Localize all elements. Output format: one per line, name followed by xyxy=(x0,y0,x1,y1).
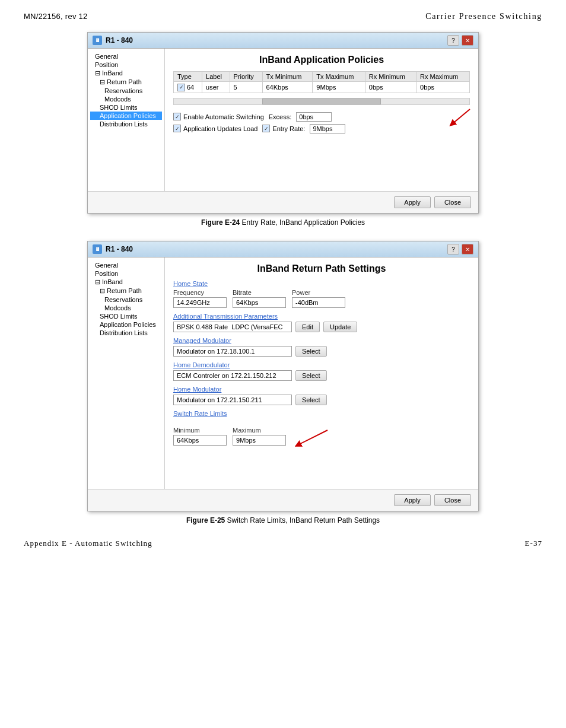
tree-item-apppolicies-1[interactable]: Application Policies xyxy=(90,112,162,120)
additional-tx-row: Edit Update xyxy=(173,322,470,332)
switch-rate-row: Minimum Maximum xyxy=(173,419,470,446)
excess-label: Excess: xyxy=(269,113,292,120)
tree-item-inband-1[interactable]: ⊟ InBand xyxy=(90,69,162,78)
home-state-section: Home State Frequency Bitrate Power xyxy=(173,280,470,308)
switch-min-input[interactable] xyxy=(173,435,227,446)
home-demod-title: Home Demodulator xyxy=(173,361,470,368)
tree-item-position-1[interactable]: Position xyxy=(90,61,162,69)
bitrate-input[interactable] xyxy=(233,297,286,308)
enable-auto-switching-checkbox[interactable]: ✓ xyxy=(173,113,181,120)
figure2-help-btn[interactable]: ? xyxy=(447,244,459,255)
page-footer: Appendix E - Automatic Switching E-37 xyxy=(24,539,542,548)
update-btn[interactable]: Update xyxy=(323,322,357,332)
tree2-item-returnpath[interactable]: ⊟ Return Path xyxy=(90,287,162,295)
header-left: MN/22156, rev 12 xyxy=(24,12,88,21)
tree-item-modcods-1[interactable]: Modcods xyxy=(90,95,162,103)
figure1-close-btn-2[interactable]: Close xyxy=(434,196,471,208)
tree2-item-modcods[interactable]: Modcods xyxy=(90,304,162,312)
figure1-title-left: 🖥 R1 - 840 xyxy=(93,36,133,45)
home-demod-input[interactable] xyxy=(173,370,292,381)
figure1-close-btn[interactable]: ✕ xyxy=(462,35,473,46)
row-label-cell: user xyxy=(202,82,230,93)
row-rxmin-cell: 0bps xyxy=(365,82,416,93)
figure1-sidebar: General Position ⊟ InBand ⊟ Return Path … xyxy=(88,49,165,191)
power-input[interactable] xyxy=(292,297,345,308)
excess-input[interactable] xyxy=(296,112,332,122)
tree-item-returnpath-1[interactable]: ⊟ Return Path xyxy=(90,78,162,87)
figure1-bottom-controls: ✓ Enable Automatic Switching Excess: ✓ A… xyxy=(173,110,470,138)
edit-btn[interactable]: Edit xyxy=(295,322,320,332)
bitrate-label: Bitrate xyxy=(233,289,286,296)
home-state-title: Home State xyxy=(173,280,470,287)
figure2-close-btn-2[interactable]: Close xyxy=(434,494,471,506)
figure2-panel-title: InBand Return Path Settings xyxy=(173,263,470,274)
figure2-window-actions: Apply Close xyxy=(88,489,478,511)
figure2-caption: Figure E-25 Switch Rate Limits, InBand R… xyxy=(186,516,380,524)
figure1-panel-title: InBand Application Policies xyxy=(173,55,470,65)
figure2-window-title: R1 - 840 xyxy=(106,245,133,253)
switch-rate-title: Switch Rate Limits xyxy=(173,410,470,417)
freq-input[interactable] xyxy=(173,297,227,308)
tree2-item-shodlimits[interactable]: SHOD Limits xyxy=(90,312,162,320)
row-checkbox-type: ✓ 64 xyxy=(174,82,202,93)
figure-2-container: 🖥 R1 - 840 ? ✕ General Position ⊟ InBand… xyxy=(24,241,542,524)
header-right: Carrier Presence Switching xyxy=(425,12,542,21)
figure1-help-btn[interactable]: ? xyxy=(447,35,459,46)
power-field: Power xyxy=(292,289,345,308)
row-priority-cell: 5 xyxy=(230,82,262,93)
bitrate-field: Bitrate xyxy=(233,289,286,308)
figure2-caption-text: Switch Rate Limits, InBand Return Path S… xyxy=(225,516,380,524)
tree-item-reservations-1[interactable]: Reservations xyxy=(90,87,162,95)
additional-tx-title: Additional Transmission Parameters xyxy=(173,313,470,320)
freq-label: Frequency xyxy=(173,289,227,296)
table-row: ✓ 64 user 5 64Kbps 9Mbps 0bps 0bps xyxy=(174,82,470,93)
freq-field: Frequency xyxy=(173,289,227,308)
managed-mod-input[interactable] xyxy=(173,346,292,357)
row-txmin-cell: 64Kbps xyxy=(262,82,313,93)
figure1-window-body: General Position ⊟ InBand ⊟ Return Path … xyxy=(88,49,478,191)
home-demod-select-btn[interactable]: Select xyxy=(295,370,327,381)
row-rxmax-cell: 0bps xyxy=(416,82,470,93)
figure1-window-controls: ? ✕ xyxy=(447,35,473,46)
tree2-item-reservations[interactable]: Reservations xyxy=(90,295,162,304)
entry-rate-label-group: ✓ Entry Rate: xyxy=(262,125,305,132)
entry-rate-checkbox[interactable]: ✓ xyxy=(262,125,270,132)
figure1-scrollbar[interactable] xyxy=(173,98,470,105)
tree-item-general-1[interactable]: General xyxy=(90,52,162,61)
figure2-window-controls: ? ✕ xyxy=(447,244,473,255)
entry-rate-input[interactable] xyxy=(310,124,345,133)
app-updates-load-checkbox[interactable]: ✓ xyxy=(173,125,181,132)
switch-max-input[interactable] xyxy=(233,435,286,446)
home-state-labels-row: Frequency Bitrate Power xyxy=(173,289,470,308)
tree-item-shodlimits-1[interactable]: SHOD Limits xyxy=(90,103,162,112)
figure1-window-title: R1 - 840 xyxy=(106,36,133,44)
home-mod-select-btn[interactable]: Select xyxy=(295,395,327,405)
tree2-item-position[interactable]: Position xyxy=(90,269,162,278)
figure2-close-btn[interactable]: ✕ xyxy=(462,244,473,255)
tree-item-distlists-1[interactable]: Distribution Lists xyxy=(90,120,162,128)
figure1-apply-btn[interactable]: Apply xyxy=(394,196,431,208)
row-checkbox[interactable]: ✓ xyxy=(177,84,185,91)
figure2-caption-label: Figure E-25 xyxy=(186,516,225,524)
arrow-annotation-2 xyxy=(286,427,333,454)
home-modulator-section: Home Modulator Select xyxy=(173,386,470,405)
home-mod-input[interactable] xyxy=(173,395,292,405)
power-label: Power xyxy=(292,289,345,296)
svg-line-1 xyxy=(452,109,470,124)
managed-modulator-section: Managed Modulator Select xyxy=(173,337,470,357)
managed-mod-select-btn[interactable]: Select xyxy=(295,346,327,357)
tree2-item-apppolicies[interactable]: Application Policies xyxy=(90,320,162,329)
tree2-item-inband[interactable]: ⊟ InBand xyxy=(90,278,162,287)
control-row-2: ✓ Application Updates Load ✓ Entry Rate: xyxy=(173,124,470,133)
figure1-window-actions: Apply Close xyxy=(88,191,478,213)
app-updates-load-label: ✓ Application Updates Load xyxy=(173,125,257,132)
tree2-item-distlists[interactable]: Distribution Lists xyxy=(90,329,162,337)
col-txmax: Tx Maximum xyxy=(313,72,365,82)
footer-left: Appendix E - Automatic Switching xyxy=(24,539,152,548)
col-txmin: Tx Minimum xyxy=(262,72,313,82)
additional-tx-input[interactable] xyxy=(173,322,292,332)
home-demod-row: Select xyxy=(173,370,470,381)
figure2-apply-btn[interactable]: Apply xyxy=(394,494,431,506)
tree2-item-general[interactable]: General xyxy=(90,261,162,269)
scrollbar-thumb-1 xyxy=(262,98,380,104)
